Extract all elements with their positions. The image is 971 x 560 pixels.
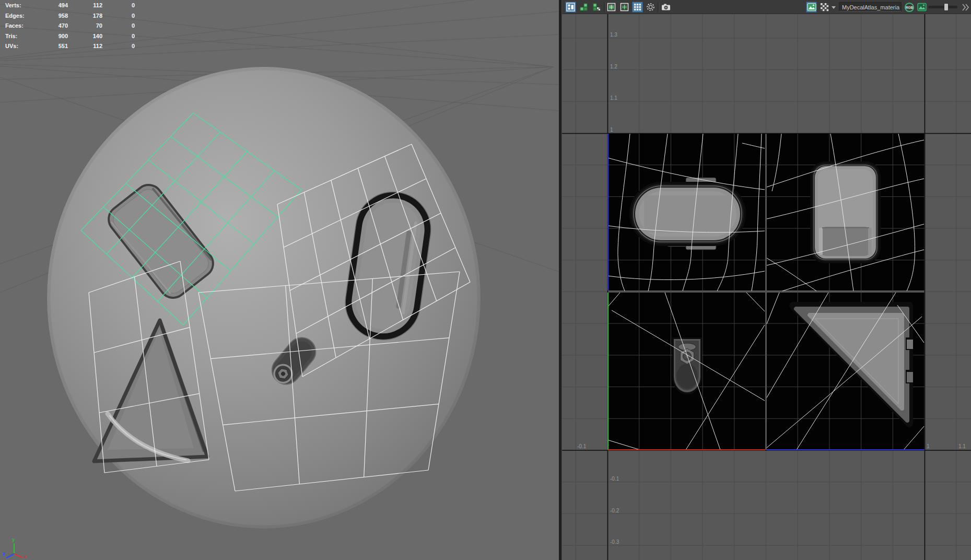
stat-value: 112 [68, 41, 102, 52]
opacity-slider-handle[interactable] [944, 3, 949, 11]
stats-row: Tris:9001400 [5, 31, 141, 42]
uv-canvas[interactable]: 1.3 1.2 1.1 1 -0.1 -0.2 -0.3 -0.1 1 1.1 [562, 14, 971, 560]
uv-faces-checker-icon [592, 3, 601, 11]
chevron-down-icon [831, 5, 836, 9]
texture-dropdown-button[interactable] [830, 2, 837, 13]
toolbar-divider [604, 2, 605, 12]
uv-editor-panel: MyDecalAtlas_materia RGB [562, 0, 971, 560]
v-label: 1 [610, 127, 613, 133]
pixel-grid-icon [633, 3, 642, 11]
gizmo-x-label: x [24, 554, 27, 559]
atlas-decal-pill [629, 178, 746, 250]
stat-value: 70 [68, 21, 102, 31]
v-label: 1.1 [610, 95, 617, 101]
stats-row: UVs:5511120 [5, 41, 141, 52]
panel-overflow-button[interactable] [960, 2, 970, 13]
stat-value: 494 [36, 1, 68, 11]
show-uv-grid-button[interactable] [606, 2, 617, 13]
show-uv-grid-alt-icon [620, 3, 629, 11]
toolbar-divider [658, 2, 659, 12]
uv-faces-checker-button[interactable] [591, 2, 602, 13]
atlas-decal-roundrect [810, 161, 881, 263]
stats-row: Faces:470700 [5, 21, 141, 31]
pixel-grid-button[interactable] [632, 2, 643, 13]
uv-toolbar: MyDecalAtlas_materia RGB [562, 0, 971, 14]
v-label: 1.3 [610, 32, 617, 38]
stat-value: 0 [102, 41, 135, 52]
dashed-circle-button[interactable] [645, 2, 656, 13]
stat-value: 112 [68, 1, 102, 11]
u-label: -0.1 [577, 444, 587, 449]
double-chevron-right-icon [961, 3, 970, 12]
texture-image-alt-button[interactable] [916, 2, 927, 13]
v-label: -0.1 [610, 476, 619, 482]
stat-label: Edges: [5, 11, 36, 21]
stat-value: 470 [36, 21, 68, 31]
stat-value: 178 [68, 11, 102, 21]
3d-viewport[interactable]: y z x Verts:4941120 Edges:9581780 Faces:… [0, 0, 559, 560]
uv-mesh-layout-button[interactable] [565, 2, 576, 13]
stat-label: Verts: [5, 1, 36, 11]
stats-row: Edges:9581780 [5, 11, 141, 21]
checker-icon [820, 3, 829, 11]
app-workspace: y z x Verts:4941120 Edges:9581780 Faces:… [0, 0, 971, 560]
3d-scene[interactable]: y z x [0, 0, 559, 560]
stat-value: 958 [36, 11, 68, 21]
texture-image-button[interactable] [806, 2, 817, 13]
rgb-icon: RGB [904, 2, 915, 13]
show-uv-grid-icon [607, 3, 616, 11]
stats-row: Verts:4941120 [5, 1, 141, 11]
u-label: 1.1 [958, 444, 966, 449]
stat-label: UVs: [5, 41, 36, 52]
checker-pattern-button[interactable] [819, 2, 830, 13]
image-icon [807, 3, 816, 11]
gizmo-y-label: y [12, 537, 15, 542]
dashed-circle-icon [646, 3, 655, 11]
v-label: -0.2 [610, 508, 619, 514]
stat-label: Tris: [5, 31, 36, 42]
rgb-channels-button[interactable]: RGB [904, 2, 915, 13]
material-name-field[interactable]: MyDecalAtlas_materia [839, 2, 902, 11]
uv-faces-icon [579, 3, 588, 11]
svg-text:RGB: RGB [905, 5, 913, 9]
image-icon-green [917, 3, 927, 11]
mesh-statistics: Verts:4941120 Edges:9581780 Faces:470700… [5, 1, 141, 52]
stat-value: 900 [36, 31, 68, 42]
stat-value: 551 [36, 41, 68, 52]
stat-value: 0 [102, 21, 135, 31]
stat-value: 0 [102, 1, 135, 11]
stat-label: Faces: [5, 21, 36, 31]
axis-gizmo: y z x [3, 537, 27, 559]
gizmo-z-label: z [3, 551, 5, 556]
stat-value: 140 [68, 31, 102, 42]
uv-mesh-layout-icon [566, 3, 575, 11]
opacity-slider-track[interactable] [928, 6, 957, 8]
u-label: 1 [927, 444, 930, 449]
stat-value: 0 [102, 31, 135, 42]
camera-icon [661, 3, 671, 11]
snapshot-camera-button[interactable] [660, 2, 671, 13]
v-label: 1.2 [610, 64, 617, 69]
stat-value: 0 [102, 11, 135, 21]
v-label: -0.3 [610, 539, 619, 545]
uv-faces-button[interactable] [578, 2, 589, 13]
show-uv-grid-alt-button[interactable] [619, 2, 630, 13]
